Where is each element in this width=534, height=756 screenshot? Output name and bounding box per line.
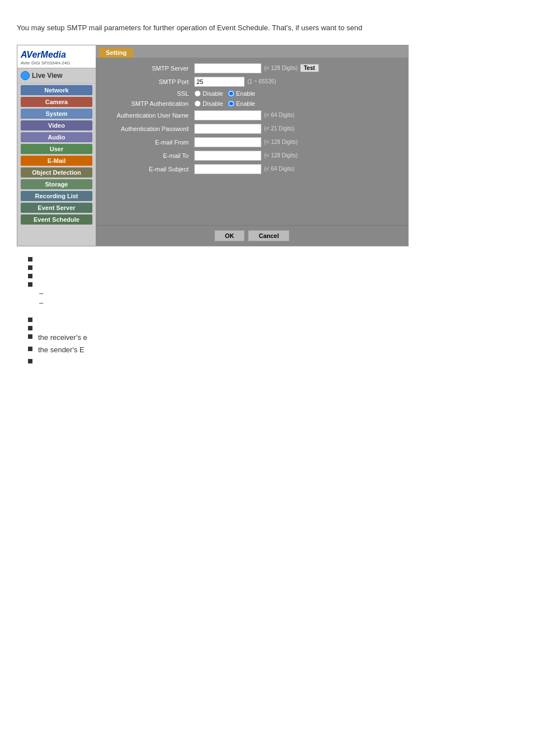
smtp-server-input[interactable] — [194, 63, 261, 73]
bullet-icon-4 — [28, 282, 32, 287]
sidebar-item-camera[interactable]: Camera — [21, 97, 92, 107]
sidebar-logo: AVerMedia AVer DiGi SF0334H-24G — [17, 45, 96, 68]
email-to-hint: (< 128 Digits) — [264, 152, 298, 158]
cancel-button[interactable]: Cancel — [248, 230, 289, 241]
smtp-port-row: SMTP Port (1 ~ 65535) — [105, 77, 399, 87]
live-view-icon — [21, 71, 30, 80]
tab-bar: Setting — [96, 45, 408, 58]
bullet-icon-9 — [28, 359, 32, 363]
email-subject-row: E-mail Subject (< 64 Digits) — [105, 164, 399, 174]
smtp-server-row: SMTP Server (< 128 Digits) Test — [105, 63, 399, 73]
dash-line-2: – — [39, 298, 517, 307]
sidebar-item-event-server[interactable]: Event Server — [21, 203, 92, 213]
logo-brand: AVerMedia — [21, 50, 92, 60]
form-area: SMTP Server (< 128 Digits) Test SMTP Por… — [96, 58, 408, 225]
auth-disable-radio[interactable] — [194, 100, 201, 107]
dash-line-1: – — [39, 289, 517, 297]
sidebar-item-video[interactable]: Video — [21, 120, 92, 130]
user-name-row: Authentication User Name (< 64 Digits) — [105, 110, 399, 120]
auth-disable-text: Disable — [203, 100, 223, 107]
bullet-item-9 — [28, 357, 517, 363]
email-subject-hint: (< 64 Digits) — [264, 166, 294, 172]
auth-enable-text: Enable — [236, 100, 255, 107]
email-to-label: E-mail To — [105, 152, 194, 159]
ssl-disable-text: Disable — [203, 90, 223, 97]
sidebar-item-system[interactable]: System — [21, 109, 92, 119]
bullet-item-8: the sender's E — [28, 345, 517, 355]
main-content: Setting SMTP Server (< 128 Digits) Test … — [96, 45, 408, 246]
auth-radio-group: Disable Enable — [194, 100, 255, 107]
bullet-icon-1 — [28, 257, 32, 262]
bullet-item-2 — [28, 264, 517, 270]
email-subject-label: E-mail Subject — [105, 166, 194, 172]
smtp-port-input[interactable] — [194, 77, 245, 87]
sidebar-item-object-detection[interactable]: Object Detection — [21, 167, 92, 178]
email-from-label: E-mail From — [105, 139, 194, 146]
bullet-icon-8 — [28, 347, 32, 351]
bullet-icon-7 — [28, 334, 32, 339]
email-to-input[interactable] — [194, 151, 261, 161]
email-from-row: E-mail From (< 128 Digits) — [105, 137, 399, 147]
sidebar-item-email[interactable]: E-Mail — [21, 156, 92, 166]
auth-disable-label[interactable]: Disable — [194, 100, 223, 107]
bullet-item-5 — [28, 316, 517, 322]
ssl-enable-radio[interactable] — [228, 90, 235, 97]
sidebar-item-user[interactable]: User — [21, 144, 92, 154]
live-view-row[interactable]: Live View — [17, 68, 96, 83]
sidebar-item-recording-list[interactable]: Recording List — [21, 191, 92, 201]
sidebar-item-storage[interactable]: Storage — [21, 179, 92, 189]
sidebar-item-network[interactable]: Network — [21, 85, 92, 95]
ok-button[interactable]: OK — [214, 230, 245, 241]
bullet-list-2: the receiver's e the sender's E — [28, 316, 517, 363]
auth-enable-label[interactable]: Enable — [228, 100, 255, 107]
intro-text: You may setup SMTP mail parameters for f… — [17, 22, 517, 34]
bullet-list-1 — [28, 255, 517, 287]
auth-row: SMTP Authentication Disable Enable — [105, 100, 399, 107]
bullet-icon-3 — [28, 274, 32, 278]
bullet-item-7: the receiver's e — [28, 333, 517, 343]
email-from-hint: (< 128 Digits) — [264, 139, 298, 145]
bullet-icon-6 — [28, 326, 32, 330]
smtp-server-label: SMTP Server — [105, 65, 194, 72]
password-hint: (< 21 Digits) — [264, 125, 294, 132]
live-view-label: Live View — [32, 72, 62, 80]
ssl-radio-group: Disable Enable — [194, 90, 255, 97]
ssl-disable-label[interactable]: Disable — [194, 90, 223, 97]
bullet-icon-2 — [28, 265, 32, 270]
password-label: Authentication Password — [105, 125, 194, 132]
auth-enable-radio[interactable] — [228, 100, 235, 107]
bullet-item-3 — [28, 272, 517, 278]
smtp-port-hint: (1 ~ 65535) — [247, 78, 276, 85]
sidebar: AVerMedia AVer DiGi SF0334H-24G Live Vie… — [17, 45, 96, 246]
bullet-text-7: the receiver's e — [38, 333, 87, 343]
bullet-icon-5 — [28, 318, 32, 322]
ssl-row: SSL Disable Enable — [105, 90, 399, 97]
ssl-enable-text: Enable — [236, 90, 255, 97]
email-to-row: E-mail To (< 128 Digits) — [105, 151, 399, 161]
email-from-input[interactable] — [194, 137, 261, 147]
bullet-item-1 — [28, 255, 517, 262]
sidebar-item-audio[interactable]: Audio — [21, 132, 92, 142]
ssl-label: SSL — [105, 90, 194, 97]
bullet-item-6 — [28, 324, 517, 330]
bullet-text-8: the sender's E — [38, 345, 85, 355]
smtp-port-label: SMTP Port — [105, 78, 194, 85]
smtp-server-hint: (< 128 Digits) — [264, 65, 298, 71]
logo-sub: AVer DiGi SF0334H-24G — [21, 60, 92, 66]
user-name-label: Authentication User Name — [105, 112, 194, 119]
tab-setting[interactable]: Setting — [99, 48, 133, 58]
password-input[interactable] — [194, 124, 261, 134]
bottom-bar: OK Cancel — [96, 225, 408, 246]
password-row: Authentication Password (< 21 Digits) — [105, 124, 399, 134]
app-container: AVerMedia AVer DiGi SF0334H-24G Live Vie… — [17, 45, 409, 246]
bullet-item-4 — [28, 281, 517, 287]
test-button[interactable]: Test — [300, 64, 319, 72]
email-subject-input[interactable] — [194, 164, 261, 174]
sidebar-nav: Network Camera System Video Audio User E… — [17, 83, 96, 226]
ssl-disable-radio[interactable] — [194, 90, 201, 97]
sidebar-item-event-schedule[interactable]: Event Schedule — [21, 214, 92, 225]
user-name-input[interactable] — [194, 110, 261, 120]
ssl-enable-label[interactable]: Enable — [228, 90, 255, 97]
auth-label: SMTP Authentication — [105, 100, 194, 107]
user-name-hint: (< 64 Digits) — [264, 112, 294, 118]
